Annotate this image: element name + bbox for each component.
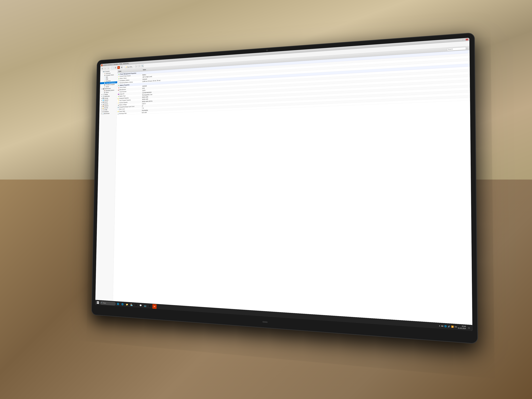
expand-storage: ▶ bbox=[101, 98, 102, 99]
lang-label: EN bbox=[455, 326, 457, 328]
field-label: Device Name bbox=[120, 87, 126, 88]
taskbar-app-media[interactable]: 📺 bbox=[143, 303, 147, 308]
aida64-window: 64 AIDA64 Extreme v7.20.6002 [ TRIAL VER… bbox=[95, 38, 472, 331]
field-icon: ⏱ bbox=[118, 80, 119, 82]
tablet-screen: 64 AIDA64 Extreme v7.20.6002 [ TRIAL VER… bbox=[95, 38, 472, 331]
section-battery-title: Battery Properties bbox=[120, 84, 129, 86]
database-icon: 🗄 bbox=[102, 111, 104, 113]
report-button[interactable]: 📄 bbox=[111, 66, 114, 70]
sidebar-label-security: Security bbox=[104, 107, 108, 108]
sidebar-label-mb: Motherboard bbox=[105, 88, 111, 89]
field-icon: ⚡ bbox=[118, 100, 119, 101]
taskbar-app-mail[interactable]: ✉ bbox=[134, 303, 138, 308]
expand-power bbox=[102, 82, 104, 84]
field-icon: 🔌 bbox=[118, 104, 119, 106]
field-label: Power State bbox=[119, 111, 125, 112]
chevron-up-icon[interactable]: ∧ bbox=[439, 325, 440, 327]
win-sq-2 bbox=[98, 301, 99, 303]
taskbar-app-edge[interactable]: 🌐 bbox=[120, 302, 125, 307]
tablet-device: 64 AIDA64 Extreme v7.20.6002 [ TRIAL VER… bbox=[92, 33, 477, 343]
devices-icon: 🔌 bbox=[102, 103, 104, 105]
expand-overclock bbox=[103, 81, 104, 82]
expand-os bbox=[102, 90, 103, 91]
home-button[interactable] bbox=[262, 321, 268, 323]
expand-placeholder bbox=[103, 73, 104, 74]
expand-portable bbox=[102, 84, 104, 86]
ipmi-icon: 📄 bbox=[104, 78, 106, 80]
expand-config: ▶ bbox=[101, 109, 102, 111]
sidebar-label-server: Server bbox=[106, 92, 109, 93]
expand-placeholder2 bbox=[103, 75, 104, 76]
expand-computer-icon: ▼ bbox=[102, 71, 103, 72]
minimize-button[interactable]: ─ bbox=[459, 39, 462, 41]
sidebar-label-benchmark: Benchmark bbox=[104, 113, 109, 114]
down-button[interactable]: ↓ bbox=[135, 65, 138, 68]
mb-icon: 🔲 bbox=[103, 88, 104, 90]
taskbar-search[interactable]: 🔍 Поиск bbox=[100, 301, 116, 305]
sidebar-label-summary: Summary bbox=[106, 72, 111, 74]
maximize-button[interactable]: □ bbox=[462, 38, 465, 41]
search-input[interactable] bbox=[447, 47, 466, 51]
store-icon: 🏪 bbox=[130, 304, 133, 306]
field-label: Designed Capacity bbox=[119, 97, 129, 99]
aida-btn[interactable]: 64 bbox=[117, 66, 120, 69]
tablet-wrapper: 64 AIDA64 Extreme v7.20.6002 [ TRIAL VER… bbox=[73, 47, 459, 326]
buy-star-icon: ★ bbox=[126, 66, 127, 68]
teams-icon: 💬 bbox=[139, 304, 142, 307]
sidebar-label-os: Operating System bbox=[106, 89, 114, 91]
security-icon: 🔒 bbox=[102, 107, 104, 109]
refresh-button[interactable]: ↻ bbox=[101, 67, 104, 70]
taskbar-app-store[interactable]: 🏪 bbox=[129, 303, 133, 307]
field-label: Unique ID bbox=[120, 93, 124, 95]
sidebar-label-computer: Computer bbox=[105, 71, 110, 72]
close-button[interactable]: ✕ bbox=[466, 38, 469, 41]
buy-now-button[interactable]: ★ Buy Now bbox=[125, 65, 133, 68]
up-button[interactable]: ↑ bbox=[138, 64, 141, 68]
field-icon: ⚡ bbox=[118, 76, 120, 77]
window-controls: ─ □ ✕ bbox=[459, 38, 469, 41]
field-icon: 🔖 bbox=[118, 87, 119, 89]
find-button[interactable]: 🔍 bbox=[141, 64, 144, 67]
notification-button[interactable]: □ bbox=[467, 326, 471, 330]
sidebar-label-software: Software bbox=[104, 105, 108, 107]
section-battery-icon: 🔋 bbox=[118, 84, 120, 86]
field-icon: 🔄 bbox=[117, 107, 119, 108]
sidebar-label-storage: Storage bbox=[104, 97, 108, 99]
toolbar-separator-2 bbox=[124, 66, 124, 68]
field-icon: 🔋 bbox=[118, 96, 119, 97]
taskbar-app-globe[interactable]: 🌐 bbox=[116, 302, 120, 306]
field-label: Fully Charged Capacity bbox=[119, 99, 131, 101]
report2-button[interactable]: 🗒 bbox=[114, 66, 117, 69]
field-icon: 📐 bbox=[118, 98, 119, 99]
volume-icon[interactable]: 🔊 bbox=[448, 325, 450, 328]
start-button[interactable] bbox=[96, 300, 100, 305]
panel-menu-button[interactable]: ⋮ bbox=[466, 47, 468, 49]
taskbar-search-icon: 🔍 bbox=[101, 302, 102, 304]
edge-icon: 🌐 bbox=[121, 303, 124, 305]
comp-name-icon: 🖥 bbox=[104, 75, 106, 76]
taskbar-app-teams[interactable]: 💬 bbox=[139, 303, 143, 308]
sidebar-label-directx: DirectX bbox=[104, 101, 108, 103]
system-clock: 03:46 01.05.2024 bbox=[458, 325, 466, 330]
network-icon: 🌐 bbox=[102, 99, 104, 101]
benchmark-icon: 📊 bbox=[102, 113, 104, 114]
globe-tray-icon[interactable]: 🌐 bbox=[444, 325, 447, 327]
aida-tray-icon[interactable]: 64 bbox=[441, 325, 443, 327]
back-button[interactable]: ← bbox=[104, 67, 107, 70]
sidebar-label-display: Display bbox=[104, 94, 108, 95]
taskbar-app-aida64[interactable]: 64 bbox=[152, 304, 157, 309]
expand-display: ▶ bbox=[101, 94, 102, 95]
expand-benchmark: ▶ bbox=[101, 113, 102, 114]
media-icon: 📺 bbox=[144, 304, 146, 307]
expand-devices: ▶ bbox=[101, 103, 102, 105]
taskbar-app-explorer[interactable]: 📁 bbox=[125, 302, 129, 307]
multimedia-icon: 🎵 bbox=[102, 95, 104, 97]
app-icon: 64 bbox=[101, 64, 103, 66]
sidebar-label-database: Database bbox=[104, 111, 109, 112]
taskbar-app-settings[interactable]: ⚙ bbox=[148, 304, 152, 309]
sysreq-button[interactable]: ⚙ bbox=[120, 66, 123, 69]
field-icon: 📊 bbox=[117, 113, 119, 114]
network-tray-icon[interactable]: 📶 bbox=[451, 325, 454, 328]
folder-icon: 📁 bbox=[126, 303, 128, 306]
forward-button[interactable]: → bbox=[107, 67, 110, 70]
